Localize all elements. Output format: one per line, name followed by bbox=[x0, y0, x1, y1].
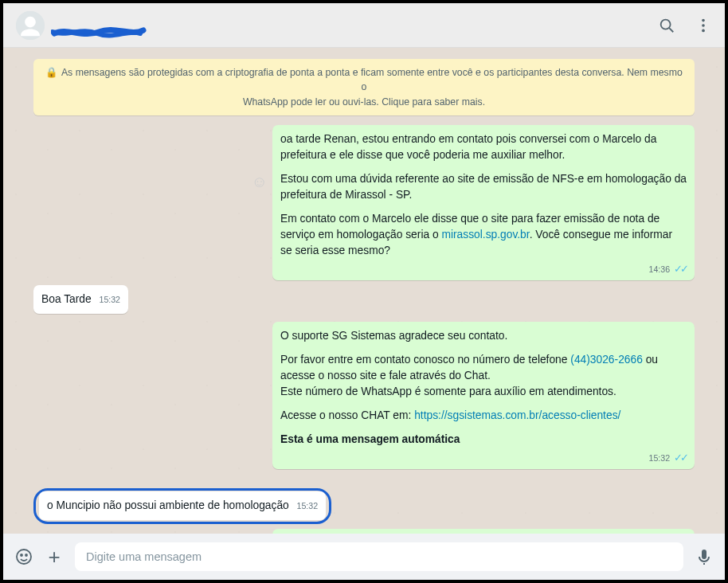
svg-point-5 bbox=[702, 29, 705, 32]
svg-point-3 bbox=[702, 18, 705, 22]
chat-header bbox=[3, 3, 725, 48]
svg-line-2 bbox=[669, 27, 673, 31]
encryption-text: WhatsApp pode ler ou ouvi-las. Clique pa… bbox=[243, 96, 485, 108]
message-row: o Muncipio não possui ambiente de homolo… bbox=[33, 488, 695, 524]
message-text: Acesse o nosso CHAT em: https://sgsistem… bbox=[280, 408, 687, 424]
message-text: o Muncipio não possui ambiente de homolo… bbox=[47, 499, 289, 511]
message-bubble-out[interactable]: O suporte SG Sistemas agradece seu conta… bbox=[272, 322, 695, 469]
svg-point-8 bbox=[25, 554, 27, 556]
message-text: Por favor entre em contato conosco no nú… bbox=[280, 352, 687, 400]
message-text: oa tarde Renan, estou entrando em contat… bbox=[280, 131, 687, 163]
message-bubble-out[interactable]: Entendi, tem algum lugar onde posso real… bbox=[272, 529, 695, 534]
header-actions bbox=[658, 17, 712, 34]
whatsapp-window: 🔒 As mensagens são protegidas com a crip… bbox=[3, 3, 725, 580]
mic-icon[interactable] bbox=[695, 547, 714, 566]
message-meta: 15:32 bbox=[100, 295, 121, 304]
message-text: Boa Tarde bbox=[41, 293, 92, 305]
attach-icon[interactable]: + bbox=[45, 547, 64, 566]
lock-icon: 🔒 bbox=[45, 65, 57, 80]
message-input[interactable] bbox=[75, 542, 683, 571]
emoji-picker-icon[interactable] bbox=[14, 547, 33, 566]
svg-point-4 bbox=[702, 24, 705, 27]
svg-point-7 bbox=[21, 554, 22, 556]
message-row: Entendi, tem algum lugar onde posso real… bbox=[33, 529, 695, 534]
encryption-text: As mensagens são protegidas com a cripto… bbox=[61, 67, 683, 92]
redaction-scribble bbox=[51, 22, 147, 41]
message-row: O suporte SG Sistemas agradece seu conta… bbox=[33, 322, 695, 469]
menu-icon[interactable] bbox=[695, 17, 712, 34]
message-row: ☺ oa tarde Renan, estou entrando em cont… bbox=[33, 125, 695, 280]
message-text: Esta é uma mensagem automática bbox=[280, 432, 687, 448]
chat-area[interactable]: 🔒 As mensagens são protegidas com a crip… bbox=[3, 48, 725, 534]
svg-point-6 bbox=[17, 550, 31, 564]
message-meta: 14:36 ✓✓ bbox=[649, 260, 687, 274]
read-checks-icon: ✓✓ bbox=[674, 264, 687, 274]
svg-point-1 bbox=[661, 19, 671, 29]
message-text: Em contato com o Marcelo ele disse que o… bbox=[280, 211, 687, 259]
message-bubble-out[interactable]: oa tarde Renan, estou entrando em contat… bbox=[272, 125, 695, 280]
encryption-notice[interactable]: 🔒 As mensagens são protegidas com a crip… bbox=[33, 59, 695, 115]
composer: + bbox=[3, 534, 725, 580]
message-meta: 15:32 bbox=[297, 501, 319, 511]
message-text: O suporte SG Sistemas agradece seu conta… bbox=[280, 328, 687, 344]
search-icon[interactable] bbox=[658, 17, 675, 34]
message-text: Estou com uma dúvida referente ao site d… bbox=[280, 171, 687, 203]
emoji-reaction-icon[interactable]: ☺ bbox=[252, 173, 268, 191]
read-checks-icon: ✓✓ bbox=[674, 452, 687, 463]
message-bubble-in[interactable]: Boa Tarde 15:32 bbox=[33, 285, 128, 314]
avatar[interactable] bbox=[16, 11, 45, 40]
user-annotation-highlight: o Muncipio não possui ambiente de homolo… bbox=[33, 488, 331, 524]
message-meta: 15:32 ✓✓ bbox=[649, 449, 687, 463]
message-bubble-in[interactable]: o Muncipio não possui ambiente de homolo… bbox=[39, 491, 326, 520]
message-row: Boa Tarde 15:32 bbox=[33, 285, 695, 314]
